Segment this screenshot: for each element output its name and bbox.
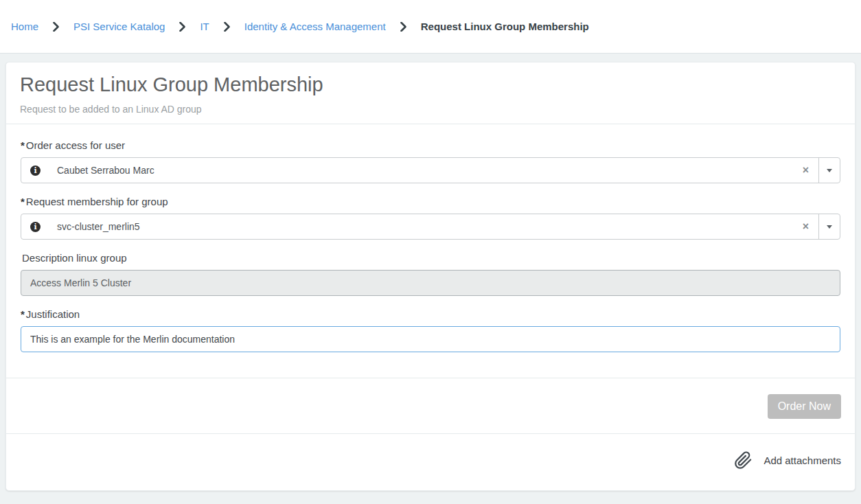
field-label: Description linux group: [21, 251, 840, 265]
caret-down-icon: [827, 225, 832, 229]
breadcrumb-it[interactable]: IT: [200, 21, 209, 32]
field-justification: * Justification: [21, 307, 840, 352]
field-description-linux-group: Description linux group Access Merlin 5 …: [21, 251, 840, 296]
breadcrumb-bar: Home PSI Service Katalog IT Identity & A…: [0, 0, 861, 54]
dropdown-toggle[interactable]: [818, 214, 840, 239]
chevron-right-icon: [53, 22, 59, 32]
dropdown-toggle[interactable]: [818, 158, 840, 183]
field-label-text: Justification: [26, 307, 80, 321]
required-asterisk: *: [21, 138, 25, 152]
catalog-item-card: Request Linux Group Membership Request t…: [5, 62, 856, 491]
field-label-text: Description linux group: [22, 251, 127, 265]
chevron-right-icon: [400, 22, 406, 32]
breadcrumb-identity-access-management[interactable]: Identity & Access Management: [244, 21, 386, 32]
clear-icon[interactable]: ×: [803, 221, 809, 232]
form-body: * Order access for user i Caubet Serrabo…: [6, 124, 855, 378]
required-asterisk: *: [21, 194, 25, 209]
field-label: * Justification: [21, 307, 840, 321]
description-readonly-field: Access Merlin 5 Cluster: [21, 270, 840, 296]
field-label-text: Request membership for group: [26, 194, 168, 209]
clear-icon[interactable]: ×: [803, 165, 809, 176]
chevron-right-icon: [224, 22, 230, 32]
user-reference-select[interactable]: i Caubet Serrabou Marc ×: [21, 157, 840, 183]
required-asterisk: *: [21, 307, 25, 321]
group-reference-select[interactable]: i svc-cluster_merlin5 ×: [21, 214, 840, 240]
page-subtitle: Request to be added to an Linux AD group: [20, 104, 841, 115]
actions-bar: Order Now: [6, 378, 855, 434]
order-now-button[interactable]: Order Now: [768, 394, 841, 419]
justification-input[interactable]: [21, 326, 840, 352]
info-icon[interactable]: i: [30, 222, 41, 232]
add-attachments-label: Add attachments: [764, 455, 841, 466]
page-title: Request Linux Group Membership: [20, 71, 841, 98]
field-label-text: Order access for user: [26, 138, 125, 152]
breadcrumb-psi-service-katalog[interactable]: PSI Service Katalog: [73, 21, 165, 32]
breadcrumb-current-page: Request Linux Group Membership: [421, 21, 589, 32]
chevron-right-icon: [179, 22, 185, 32]
breadcrumb-home[interactable]: Home: [11, 21, 38, 32]
field-order-access-for-user: * Order access for user i Caubet Serrabo…: [21, 138, 840, 183]
caret-down-icon: [827, 169, 832, 172]
add-attachments-control[interactable]: Add attachments: [6, 434, 855, 490]
field-request-membership-for-group: * Request membership for group i svc-clu…: [21, 194, 840, 240]
info-icon[interactable]: i: [30, 165, 41, 176]
selected-group-value: svc-cluster_merlin5: [57, 221, 803, 232]
selected-user-value: Caubet Serrabou Marc: [57, 165, 803, 176]
breadcrumb: Home PSI Service Katalog IT Identity & A…: [11, 21, 589, 32]
field-label: * Order access for user: [21, 138, 840, 152]
field-label: * Request membership for group: [21, 194, 840, 209]
paperclip-icon: [734, 451, 753, 470]
card-header: Request Linux Group Membership Request t…: [6, 62, 855, 124]
